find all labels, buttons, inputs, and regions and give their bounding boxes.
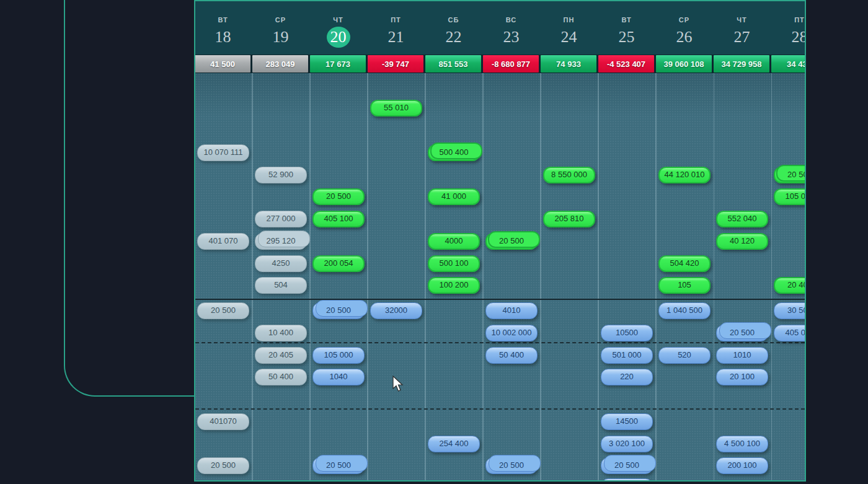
event-pill[interactable]: 32000 bbox=[370, 302, 422, 319]
selected-day-number[interactable]: 20 bbox=[327, 27, 350, 48]
event-pill[interactable]: 105 000 bbox=[774, 188, 805, 205]
event-pill[interactable]: 504 420 bbox=[658, 255, 711, 272]
day-column-header-23[interactable]: ВС23 bbox=[482, 1, 540, 55]
page-background: { "app": { "accent_teal": "#2ca68b", "ba… bbox=[0, 0, 868, 484]
event-pill[interactable]: 401 070 bbox=[197, 233, 249, 250]
event-pill[interactable]: 55 010 bbox=[370, 100, 422, 117]
event-pill[interactable]: 20 500 bbox=[197, 457, 249, 474]
day-number[interactable]: 21 bbox=[384, 27, 408, 48]
daily-total-cell-27[interactable]: 34 729 958 bbox=[714, 55, 769, 73]
day-column-header-19[interactable]: СР19 bbox=[252, 1, 309, 55]
daily-total-cell-22[interactable]: 851 553 bbox=[425, 55, 481, 73]
event-pill[interactable]: 20 400 bbox=[774, 277, 805, 294]
event-pill[interactable]: 254 400 bbox=[428, 436, 480, 452]
event-pill[interactable]: 20 500 bbox=[312, 457, 365, 474]
event-pill[interactable]: 20 500 bbox=[716, 325, 768, 341]
event-pill[interactable]: 501 000 bbox=[601, 347, 653, 364]
event-pill[interactable]: 41 000 bbox=[428, 188, 480, 205]
daily-total-cell-20[interactable]: 17 673 bbox=[310, 55, 366, 73]
event-pill[interactable]: 520 bbox=[658, 347, 711, 364]
event-pill[interactable]: 1 040 500 bbox=[658, 302, 711, 319]
event-pill[interactable]: 50 400 bbox=[485, 347, 538, 364]
event-pill[interactable]: 10500 bbox=[601, 325, 653, 341]
day-column-header-20[interactable]: ЧТ20 bbox=[309, 1, 367, 55]
daily-total-cell-19[interactable]: 283 049 bbox=[252, 55, 308, 73]
event-pill[interactable]: 4 500 100 bbox=[716, 436, 768, 452]
event-pill[interactable]: 205 810 bbox=[543, 211, 595, 227]
day-column-header-18[interactable]: ВТ18 bbox=[194, 1, 252, 55]
event-pill[interactable]: 10 070 111 bbox=[197, 144, 249, 161]
event-pill[interactable]: 200 054 bbox=[312, 255, 365, 272]
daily-total-cell-18[interactable]: 41 500 bbox=[195, 55, 250, 73]
event-pill[interactable]: 1040 bbox=[312, 369, 365, 385]
event-pill[interactable]: 20 500 bbox=[601, 457, 653, 474]
day-name-label: ПТ bbox=[794, 16, 805, 24]
event-pill[interactable]: 52 900 bbox=[255, 167, 307, 183]
event-pill[interactable]: 504 bbox=[255, 277, 307, 294]
section-divider-solid bbox=[195, 299, 805, 300]
event-pill[interactable]: 405 100 bbox=[312, 211, 365, 227]
daily-total-cell-28[interactable]: 34 430 bbox=[771, 55, 806, 73]
event-pill[interactable]: 100 200 bbox=[428, 277, 480, 294]
event-pill[interactable]: 105 bbox=[658, 277, 711, 294]
day-column-header-22[interactable]: СБ22 bbox=[425, 1, 482, 55]
event-pill[interactable]: 4250 bbox=[255, 255, 307, 272]
event-pill[interactable]: 20 100 bbox=[716, 369, 768, 385]
event-pill[interactable]: 20 500 bbox=[197, 302, 249, 319]
event-pill[interactable]: 20 500 bbox=[485, 457, 538, 474]
event-pill[interactable]: 1010 bbox=[716, 347, 768, 364]
event-pill[interactable]: 20 405 bbox=[255, 347, 307, 364]
day-number[interactable]: 23 bbox=[500, 27, 523, 48]
event-pill[interactable]: 200 100 bbox=[716, 457, 768, 474]
event-pill[interactable]: 105 000 bbox=[312, 347, 365, 364]
event-pill[interactable]: 220 bbox=[601, 369, 653, 385]
event-pill[interactable]: 4010 bbox=[485, 302, 538, 319]
daily-total-cell-26[interactable]: 39 060 108 bbox=[656, 55, 712, 73]
event-pill[interactable]: 401070 bbox=[197, 413, 249, 430]
event-pill[interactable]: 500 100 bbox=[428, 255, 480, 272]
event-pill[interactable]: 30 500 bbox=[774, 302, 805, 319]
event-pill[interactable]: 50 400 bbox=[255, 369, 307, 385]
event-pill[interactable]: 277 000 bbox=[255, 211, 307, 227]
day-number[interactable]: 22 bbox=[442, 27, 466, 48]
event-pill[interactable]: 10 400 bbox=[255, 325, 307, 341]
day-number[interactable]: 18 bbox=[211, 27, 235, 48]
event-pill[interactable]: 8 550 000 bbox=[543, 167, 595, 183]
day-number[interactable]: 24 bbox=[557, 27, 581, 48]
daily-total-cell-21[interactable]: -39 747 bbox=[368, 55, 423, 73]
day-number[interactable]: 27 bbox=[730, 27, 754, 48]
day-column-header-27[interactable]: ЧТ27 bbox=[713, 1, 771, 55]
day-column-header-25[interactable]: ВТ25 bbox=[598, 1, 655, 55]
day-number[interactable]: 19 bbox=[269, 27, 293, 48]
event-pill[interactable]: 4000 bbox=[428, 233, 480, 250]
day-column-header-21[interactable]: ПТ21 bbox=[367, 1, 425, 55]
day-number[interactable]: 25 bbox=[615, 27, 639, 48]
daily-total-cell-23[interactable]: -8 680 877 bbox=[483, 55, 539, 73]
day-number[interactable]: 26 bbox=[673, 27, 696, 48]
day-column-header-24[interactable]: ПН24 bbox=[540, 1, 598, 55]
event-pill[interactable]: 10 002 000 bbox=[485, 325, 538, 341]
event-pill[interactable]: 20 500 bbox=[774, 167, 805, 183]
event-pill[interactable]: 20 500 bbox=[485, 233, 538, 250]
event-pill[interactable]: 14500 bbox=[601, 413, 653, 430]
day-name-label: СР bbox=[679, 16, 689, 24]
day-column-header-26[interactable]: СР26 bbox=[655, 1, 713, 55]
event-pill[interactable]: 295 120 bbox=[255, 233, 307, 250]
daily-totals-row: 41 500283 04917 673-39 747851 553-8 680 … bbox=[195, 55, 805, 73]
event-pill[interactable]: 405 000 bbox=[774, 325, 805, 341]
event-pill[interactable]: 20 500 bbox=[312, 188, 365, 205]
daily-total-cell-25[interactable]: -4 523 407 bbox=[598, 55, 654, 73]
day-name-label: ВТ bbox=[621, 16, 631, 24]
event-pill[interactable]: 20 500 bbox=[312, 302, 365, 319]
day-number[interactable]: 28 bbox=[788, 27, 807, 48]
calendar-header-row: ВТ18СР19ЧТ20ПТ21СБ22ВС23ПН24ВТ25СР26ЧТ27… bbox=[195, 1, 805, 55]
event-pill[interactable]: 3 020 100 bbox=[601, 436, 653, 452]
calendar-grid: 10 070 111401 07020 50040107020 50052 90… bbox=[195, 73, 805, 482]
event-pill[interactable]: 44 120 010 bbox=[658, 167, 711, 183]
event-pill[interactable] bbox=[601, 478, 653, 482]
daily-total-cell-24[interactable]: 74 933 bbox=[541, 55, 596, 73]
day-column-header-28[interactable]: ПТ28 bbox=[771, 1, 806, 55]
event-pill[interactable]: 500 400 bbox=[428, 144, 480, 161]
event-pill[interactable]: 40 120 bbox=[716, 233, 768, 250]
event-pill[interactable]: 552 040 bbox=[716, 211, 768, 227]
